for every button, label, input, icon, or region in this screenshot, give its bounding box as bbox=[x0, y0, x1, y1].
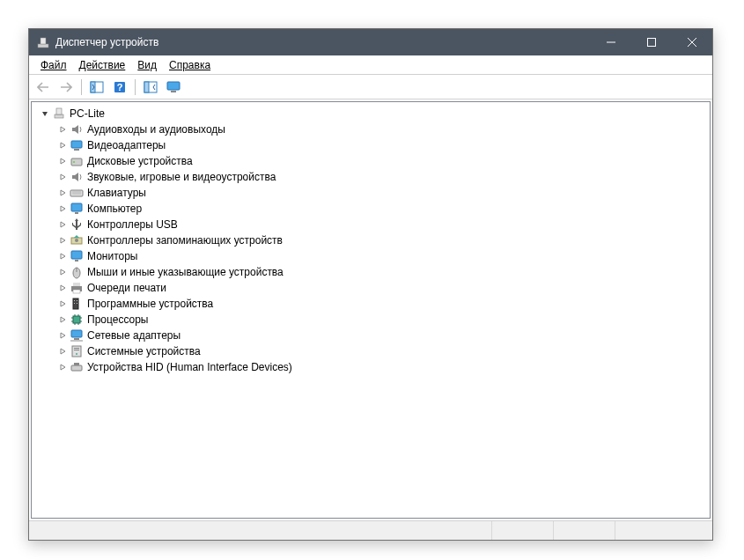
device-tree-panel[interactable]: PC-LiteАудиовходы и аудиовыходыВидеоадап… bbox=[31, 101, 711, 519]
svg-rect-51 bbox=[72, 346, 81, 357]
menu-help[interactable]: Справка bbox=[163, 57, 217, 73]
tree-category-node[interactable]: Очереди печати bbox=[37, 280, 704, 296]
usb-icon bbox=[70, 217, 84, 232]
menu-view[interactable]: Вид bbox=[131, 57, 163, 73]
mouse-icon bbox=[70, 265, 84, 279]
svg-rect-33 bbox=[73, 290, 80, 293]
audio-icon bbox=[70, 170, 84, 184]
maximize-button[interactable] bbox=[631, 29, 672, 55]
svg-rect-20 bbox=[70, 190, 83, 196]
expand-icon[interactable] bbox=[56, 313, 69, 326]
svg-rect-16 bbox=[71, 141, 82, 148]
svg-rect-52 bbox=[74, 348, 79, 349]
close-button[interactable] bbox=[672, 29, 712, 55]
tree-category-node[interactable]: Процессоры bbox=[37, 312, 704, 328]
expand-icon[interactable] bbox=[56, 329, 69, 342]
svg-rect-53 bbox=[74, 350, 79, 350]
tree-category-node[interactable]: Звуковые, игровые и видеоустройства bbox=[37, 169, 704, 185]
tree-category-node[interactable]: Контроллеры USB bbox=[37, 217, 704, 232]
expand-icon[interactable] bbox=[56, 298, 69, 310]
tree-category-node[interactable]: Устройства HID (Human Interface Devices) bbox=[37, 359, 704, 375]
tree-node-label: Мыши и иные указывающие устройства bbox=[87, 266, 284, 278]
expand-icon[interactable] bbox=[56, 171, 69, 183]
svg-rect-13 bbox=[171, 91, 176, 92]
forward-button[interactable] bbox=[55, 77, 77, 97]
device-tree: PC-LiteАудиовходы и аудиовыходыВидеоадап… bbox=[33, 104, 708, 377]
help-button[interactable]: ? bbox=[109, 77, 130, 97]
tree-category-node[interactable]: Мониторы bbox=[37, 248, 704, 264]
window-controls bbox=[591, 29, 712, 55]
tree-category-node[interactable]: Контроллеры запоминающих устройств bbox=[37, 232, 704, 248]
svg-point-19 bbox=[73, 161, 75, 163]
show-hide-tree-button[interactable] bbox=[86, 77, 107, 97]
keyboard-icon bbox=[70, 186, 84, 200]
tree-category-node[interactable]: Клавиатуры bbox=[37, 185, 704, 201]
svg-rect-38 bbox=[77, 303, 77, 304]
status-panel bbox=[554, 521, 615, 540]
tree-category-node[interactable]: Мыши и иные указывающие устройства bbox=[37, 264, 704, 280]
monitor-icon bbox=[70, 249, 84, 263]
tree-category-node[interactable]: Видеоадаптеры bbox=[37, 137, 704, 153]
svg-rect-11 bbox=[144, 82, 149, 92]
tree-node-label: Программные устройства bbox=[87, 298, 213, 310]
status-panel bbox=[492, 521, 554, 540]
minimize-button[interactable] bbox=[591, 29, 631, 55]
menu-file[interactable]: Файл bbox=[34, 57, 73, 73]
tree-category-node[interactable]: Сетевые адаптеры bbox=[37, 328, 704, 343]
toolbar-separator bbox=[135, 79, 136, 95]
svg-rect-0 bbox=[38, 44, 48, 48]
tree-category-node[interactable]: Компьютер bbox=[37, 201, 704, 217]
expand-icon[interactable] bbox=[56, 218, 69, 231]
expand-icon[interactable] bbox=[56, 282, 69, 294]
software-icon bbox=[70, 297, 84, 311]
tree-node-label: Контроллеры запоминающих устройств bbox=[87, 234, 283, 247]
storage-ctrl-icon bbox=[70, 233, 84, 247]
tree-node-label: Процессоры bbox=[87, 313, 149, 326]
tree-node-label: Клавиатуры bbox=[87, 187, 146, 199]
tree-node-label: Мониторы bbox=[87, 250, 137, 262]
svg-rect-12 bbox=[167, 82, 180, 90]
statusbar bbox=[29, 520, 712, 540]
tree-node-label: Дисковые устройства bbox=[87, 155, 193, 167]
cpu-icon bbox=[70, 313, 84, 327]
tree-node-label: Очереди печати bbox=[87, 282, 166, 294]
tree-node-label: Системные устройства bbox=[87, 345, 201, 357]
titlebar[interactable]: Диспетчер устройств bbox=[29, 29, 712, 55]
tree-node-label: Контроллеры USB bbox=[87, 218, 178, 231]
back-button[interactable] bbox=[33, 77, 54, 97]
expand-icon[interactable] bbox=[56, 203, 69, 215]
app-icon bbox=[36, 35, 50, 49]
svg-rect-35 bbox=[74, 300, 75, 301]
svg-rect-39 bbox=[73, 316, 80, 323]
svg-rect-32 bbox=[73, 283, 80, 286]
collapse-icon[interactable] bbox=[39, 107, 51, 120]
hid-icon bbox=[70, 360, 84, 374]
menu-action[interactable]: Действие bbox=[73, 57, 132, 73]
svg-rect-56 bbox=[74, 363, 79, 365]
expand-icon[interactable] bbox=[56, 361, 69, 373]
expand-icon[interactable] bbox=[56, 123, 69, 136]
expand-icon[interactable] bbox=[56, 187, 69, 199]
svg-rect-36 bbox=[77, 300, 77, 301]
tree-category-node[interactable]: Аудиовходы и аудиовыходы bbox=[37, 122, 704, 137]
monitor-button[interactable] bbox=[163, 77, 184, 97]
svg-point-26 bbox=[75, 239, 78, 242]
scan-hardware-button[interactable] bbox=[140, 77, 161, 97]
tree-node-label: Сетевые адаптеры bbox=[87, 329, 180, 342]
expand-icon[interactable] bbox=[56, 345, 69, 357]
svg-rect-37 bbox=[74, 303, 75, 304]
expand-icon[interactable] bbox=[56, 155, 69, 167]
status-panel bbox=[29, 521, 492, 540]
audio-icon bbox=[70, 122, 84, 136]
tree-category-node[interactable]: Системные устройства bbox=[37, 343, 704, 359]
tree-category-node[interactable]: Программные устройства bbox=[37, 296, 704, 312]
svg-rect-24 bbox=[75, 212, 78, 214]
tree-category-node[interactable]: Дисковые устройства bbox=[37, 153, 704, 169]
expand-icon[interactable] bbox=[56, 234, 69, 247]
svg-text:?: ? bbox=[117, 82, 123, 92]
tree-root-node[interactable]: PC-Lite bbox=[37, 106, 704, 122]
expand-icon[interactable] bbox=[56, 139, 69, 151]
svg-rect-17 bbox=[74, 149, 79, 151]
expand-icon[interactable] bbox=[56, 266, 69, 278]
expand-icon[interactable] bbox=[56, 250, 69, 262]
